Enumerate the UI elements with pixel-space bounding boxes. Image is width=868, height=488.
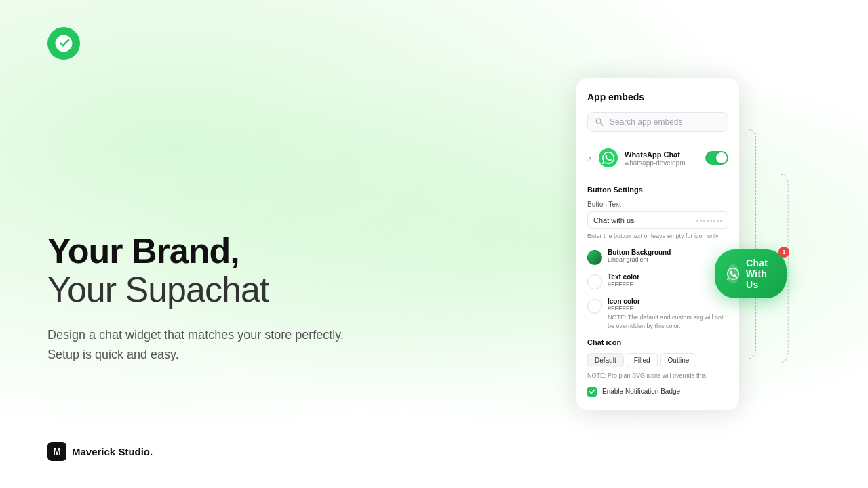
chat-icon-section: Chat icon Default Filled Outline NOTE: P… — [587, 338, 728, 380]
supachat-logo-icon — [47, 27, 80, 60]
supachat-logo-svg — [54, 33, 74, 54]
icon-color-note: NOTE: The default and custom svg will no… — [608, 313, 728, 330]
text-color-row: Text color #FFFFFF — [587, 273, 728, 289]
text-color-info: Text color #FFFFFF — [608, 273, 639, 287]
button-text-value: Chat with us — [593, 216, 635, 224]
bottom-logo: M Maverick Studio. — [47, 442, 153, 461]
icon-type-buttons: Default Filled Outline — [587, 353, 728, 367]
card-title: App embeds — [587, 92, 728, 102]
chat-icon-title: Chat icon — [587, 338, 728, 346]
brand-text: Your Brand, Your Supachat Design a chat … — [47, 232, 400, 365]
whatsapp-icon — [602, 152, 614, 164]
whatsapp-chat-title: WhatsApp Chat — [625, 150, 698, 159]
dots-decoration — [696, 220, 722, 222]
page-layout: Your Brand, Your Supachat Design a chat … — [0, 0, 868, 488]
notification-badge-label: Enable Notification Badge — [602, 388, 680, 395]
icon-btn-outline[interactable]: Outline — [660, 353, 697, 367]
maverick-logo-box: M — [47, 442, 66, 461]
icon-color-label: Icon color — [608, 298, 728, 305]
whatsapp-item: ∧ WhatsApp Chat whatsapp-developm... — [587, 143, 728, 176]
button-bg-color-swatch[interactable] — [587, 250, 602, 265]
icon-btn-filled[interactable]: Filled — [627, 353, 658, 367]
notification-badge-count: 1 — [778, 247, 789, 258]
maverick-logo-letter: M — [53, 446, 61, 457]
button-bg-row: Button Background Linear gradient — [587, 249, 728, 265]
button-settings-section: Button Settings Button Text Chat with us… — [587, 186, 728, 330]
text-color-label: Text color — [608, 273, 639, 281]
description-text: Design a chat widget that matches your s… — [47, 325, 373, 365]
widget-wa-svg — [727, 268, 739, 280]
whatsapp-subtitle: whatsapp-developm... — [625, 159, 698, 167]
right-panel: App embeds Search app embeds ∧ WhatsApp … — [448, 0, 868, 488]
whatsapp-info: WhatsApp Chat whatsapp-developm... — [625, 150, 698, 167]
button-bg-sub: Linear gradient — [608, 256, 671, 263]
notification-checkbox[interactable] — [587, 387, 597, 396]
heading-light: Your Supachat — [47, 270, 400, 309]
button-bg-label: Button Background — [608, 249, 671, 256]
search-placeholder: Search app embeds — [610, 117, 682, 127]
heading-bold: Your Brand, — [47, 232, 400, 270]
icon-btn-default[interactable]: Default — [587, 353, 624, 367]
logo-area — [47, 27, 80, 60]
search-box[interactable]: Search app embeds — [587, 112, 728, 132]
chevron-up-icon: ∧ — [587, 155, 592, 162]
chat-widget-label: Chat With Us — [746, 258, 774, 290]
button-bg-color-info: Button Background Linear gradient — [608, 249, 671, 263]
search-icon — [595, 117, 604, 127]
app-embed-card: App embeds Search app embeds ∧ WhatsApp … — [576, 78, 739, 409]
chat-widget-button[interactable]: Chat With Us 1 — [715, 249, 787, 298]
button-text-input[interactable]: Chat with us — [587, 211, 728, 229]
button-settings-title: Button Settings — [587, 186, 728, 194]
icon-color-info: Icon color #FFFFFF NOTE: The default and… — [608, 298, 728, 330]
pro-note: NOTE: Pro plan SVG icons will override t… — [587, 371, 728, 380]
left-panel: Your Brand, Your Supachat Design a chat … — [0, 0, 448, 488]
whatsapp-toggle[interactable] — [705, 151, 728, 165]
maverick-studio-label: Maverick Studio. — [72, 446, 153, 458]
icon-color-row: Icon color #FFFFFF NOTE: The default and… — [587, 298, 728, 330]
toggle-knob — [716, 152, 727, 163]
whatsapp-logo — [599, 148, 618, 167]
check-icon — [589, 388, 595, 395]
icon-color-swatch[interactable] — [587, 299, 602, 314]
text-color-hex: #FFFFFF — [608, 281, 639, 287]
icon-color-hex: #FFFFFF — [608, 305, 728, 312]
notification-badge-row: Enable Notification Badge — [587, 387, 728, 396]
button-text-label: Button Text — [587, 201, 728, 208]
button-text-hint: Enter the button text or leave empty for… — [587, 232, 728, 241]
widget-whatsapp-icon — [727, 264, 739, 283]
text-color-swatch[interactable] — [587, 274, 602, 289]
